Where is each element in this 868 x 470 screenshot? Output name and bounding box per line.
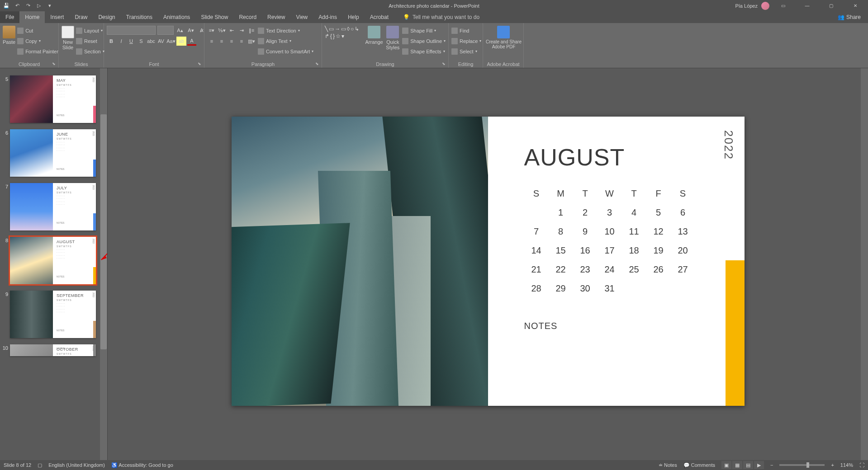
zoom-in-button[interactable]: + [831,462,834,468]
shape-more-icon[interactable]: ▾ [342,33,344,39]
shape-oval-icon[interactable]: ○ [351,26,354,32]
shape-rect-icon[interactable]: ▭ [329,26,334,32]
tab-home[interactable]: Home [19,11,45,23]
paragraph-dialog-launcher[interactable]: ⬊ [315,61,321,67]
minimize-button[interactable]: — [797,0,817,11]
strikethrough-button[interactable]: S [137,37,146,46]
highlight-button[interactable]: ab [176,37,186,46]
align-center-button[interactable]: ≡ [217,37,226,46]
start-from-beginning-icon[interactable]: ▷ [35,2,43,9]
cut-button[interactable]: Cut [17,26,58,35]
underline-button[interactable]: U [127,37,136,46]
copy-button[interactable]: Copy ▾ [17,36,58,46]
font-size-combo[interactable] [157,26,174,35]
drawing-dialog-launcher[interactable]: ⬊ [442,61,447,67]
slide-sorter-view-button[interactable]: ▦ [732,461,742,469]
tab-acrobat[interactable]: Acrobat [365,11,394,23]
shape-outline-button[interactable]: Shape Outline ▾ [402,36,446,46]
justify-button[interactable]: ≡ [237,37,246,46]
align-left-button[interactable]: ≡ [207,37,216,46]
shapes-gallery[interactable]: ╲▭→▭◊○ ↳↱{}☆▾ [325,26,363,39]
share-button[interactable]: 👥 Share [838,11,868,23]
increase-indent-button[interactable]: ⇥ [237,26,246,35]
tab-view[interactable]: View [290,11,313,23]
convert-smartart-button[interactable]: Convert to SmartArt ▾ [258,47,313,56]
shape-fill-button[interactable]: Shape Fill ▾ [402,26,446,35]
slide-photo[interactable] [232,117,488,406]
normal-view-button[interactable]: ▣ [721,461,731,469]
bold-button[interactable]: B [107,37,116,46]
thumbnail-slide[interactable]: 2022AUGUSTS M T W T F S· · · · · · ·· · … [10,237,96,284]
tab-help[interactable]: Help [342,11,365,23]
current-slide[interactable]: 2022 AUGUST SMTWTFS123456789101112131415… [232,117,745,406]
user-avatar-icon[interactable] [761,2,769,10]
increase-font-icon[interactable]: A▴ [175,26,185,35]
thumbnail-slide[interactable]: 2022SEPTEMBERS M T W T F S· · · · · · ··… [10,291,96,338]
close-button[interactable]: ✕ [845,0,865,11]
spelling-icon[interactable]: ▢ [38,462,42,468]
language-indicator[interactable]: English (United Kingdom) [48,462,105,468]
tab-animations[interactable]: Animations [158,11,195,23]
tab-add-ins[interactable]: Add-ins [313,11,342,23]
columns-button[interactable]: ▥▾ [247,37,256,46]
slideshow-view-button[interactable]: ▶ [754,461,764,469]
slide-indicator[interactable]: Slide 8 of 12 [4,462,31,468]
tab-review[interactable]: Review [262,11,290,23]
ribbon-display-options-icon[interactable]: ▭ [773,0,793,11]
tab-draw[interactable]: Draw [69,11,93,23]
tab-insert[interactable]: Insert [45,11,69,23]
shape-star-icon[interactable]: ☆ [336,33,341,39]
tab-transitions[interactable]: Transitions [121,11,158,23]
canvas-scrollbar-vertical[interactable] [861,68,868,460]
maximize-button[interactable]: ▢ [821,0,841,11]
select-button[interactable]: Select ▾ [451,47,477,56]
save-icon[interactable]: 💾 [3,2,10,9]
reading-view-button[interactable]: ▤ [743,461,753,469]
align-text-button[interactable]: Align Text ▾ [258,36,313,46]
format-painter-button[interactable]: Format Painter [17,47,58,56]
align-right-button[interactable]: ≡ [227,37,236,46]
change-case-button[interactable]: Aa▾ [166,37,175,46]
tab-design[interactable]: Design [93,11,120,23]
new-slide-button[interactable]: New Slide [62,26,74,50]
arrange-button[interactable]: Arrange [365,26,384,45]
tab-slide-show[interactable]: Slide Show [195,11,233,23]
comments-button[interactable]: 💬 Comments [683,462,715,468]
find-button[interactable]: Find [451,26,469,35]
decrease-indent-button[interactable]: ⇤ [227,26,236,35]
slide-canvas-area[interactable]: 2022 AUGUST SMTWTFS123456789101112131415… [108,68,868,460]
accessibility-indicator[interactable]: ♿ Accessibility: Good to go [111,462,173,468]
notes-button[interactable]: ≐ Notes [659,462,677,468]
font-color-button[interactable]: A [187,37,196,46]
shape-connector-icon[interactable]: ↳ [355,26,359,32]
shape-line-icon[interactable]: ╲ [325,26,328,32]
zoom-out-button[interactable]: − [770,462,773,468]
decrease-font-icon[interactable]: A▾ [186,26,195,35]
layout-button[interactable]: Layout ▾ [76,26,104,35]
zoom-percent[interactable]: 114% [840,462,853,468]
char-spacing-button[interactable]: AV [157,37,166,46]
slide-calendar[interactable]: 2022 AUGUST SMTWTFS123456789101112131415… [488,117,745,406]
text-direction-button[interactable]: Text Direction ▾ [258,26,313,35]
redo-icon[interactable]: ↷ [24,2,32,9]
quick-styles-button[interactable]: Quick Styles [385,26,400,50]
shape-rect2-icon[interactable]: ▭ [341,26,346,32]
replace-button[interactable]: Replace ▾ [451,36,481,46]
clipboard-dialog-launcher[interactable]: ⬊ [52,61,57,67]
line-spacing-button[interactable]: ‖≡ [247,26,256,35]
shape-connector2-icon[interactable]: ↱ [325,33,329,39]
section-button[interactable]: Section ▾ [76,47,104,56]
thumbnail-slide[interactable]: 2022JULYS M T W T F S· · · · · · ·· · · … [10,183,96,230]
shape-effects-button[interactable]: Shape Effects ▾ [402,47,446,56]
shape-brace-icon[interactable]: { [330,33,332,39]
shape-roundrect-icon[interactable]: ◊ [347,26,350,32]
create-share-pdf-button[interactable]: Create and Share Adobe PDF [486,26,522,49]
fit-to-window-button[interactable]: ⛶ [859,462,864,468]
reset-button[interactable]: Reset [76,36,104,46]
numbering-button[interactable]: ⅓▾ [217,26,226,35]
tab-file[interactable]: File [0,11,19,23]
shadow-button[interactable]: abc [147,37,156,46]
thumbnail-slide[interactable]: 2022MAYS M T W T F S· · · · · · ·· · · ·… [10,75,96,123]
qat-customize-icon[interactable]: ▾ [46,2,53,9]
paste-button[interactable]: Paste [3,26,15,45]
